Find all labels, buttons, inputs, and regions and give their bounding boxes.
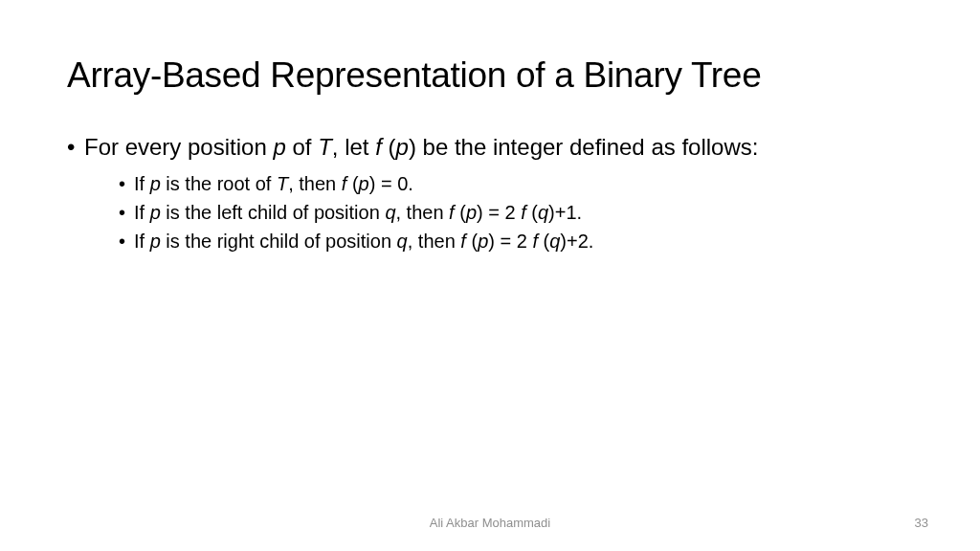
text: (	[531, 202, 538, 223]
var-p: p	[150, 173, 161, 194]
var-p: p	[150, 202, 161, 223]
var-q: q	[538, 202, 548, 223]
text: )+2.	[560, 231, 593, 252]
text: If	[134, 173, 150, 194]
text: , let	[332, 134, 375, 160]
text: (	[352, 173, 359, 194]
text: ) = 0.	[369, 173, 413, 194]
func-f: f	[460, 231, 471, 252]
text: is the right child of position	[161, 231, 397, 252]
var-T: T	[277, 173, 288, 194]
func-f: f	[375, 134, 388, 160]
func-f: f	[521, 202, 531, 223]
text: , then	[408, 231, 461, 252]
func-f: f	[532, 231, 543, 252]
var-p: p	[273, 134, 285, 160]
var-p: p	[466, 202, 477, 223]
var-T: T	[318, 134, 332, 160]
text: )+1.	[548, 202, 582, 223]
slide-title: Array-Based Representation of a Binary T…	[67, 55, 913, 96]
sub-bullet-list: If p is the root of T, then f (p) = 0. I…	[67, 171, 913, 254]
var-q: q	[549, 231, 560, 252]
text: is the left child of position	[161, 202, 386, 223]
slide-footer-author: Ali Akbar Mohammadi	[0, 516, 980, 530]
text: If	[134, 202, 150, 223]
slide-page-number: 33	[915, 516, 928, 530]
var-q: q	[385, 202, 395, 223]
var-p: p	[478, 231, 488, 252]
slide-content: Array-Based Representation of a Binary T…	[0, 0, 980, 254]
func-f: f	[342, 173, 352, 194]
func-f: f	[449, 202, 459, 223]
var-p: p	[396, 134, 409, 160]
sub-bullet-root: If p is the root of T, then f (p) = 0.	[119, 171, 913, 197]
text: , then	[396, 202, 450, 223]
var-p: p	[359, 173, 369, 194]
text: For every position	[84, 134, 273, 160]
text: (	[459, 202, 466, 223]
sub-bullet-left-child: If p is the left child of position q, th…	[119, 200, 913, 226]
text: ) = 2	[477, 202, 521, 223]
text: ) = 2	[488, 231, 532, 252]
text: of	[286, 134, 318, 160]
main-bullet: For every position p of T, let f (p) be …	[67, 132, 913, 162]
text: , then	[288, 173, 342, 194]
sub-bullet-right-child: If p is the right child of position q, t…	[119, 229, 913, 254]
text: is the root of	[161, 173, 277, 194]
var-q: q	[397, 231, 408, 252]
text: (	[389, 134, 396, 160]
var-p: p	[150, 231, 161, 252]
text: If	[134, 231, 150, 252]
text: ) be the integer defined as follows:	[409, 134, 759, 160]
